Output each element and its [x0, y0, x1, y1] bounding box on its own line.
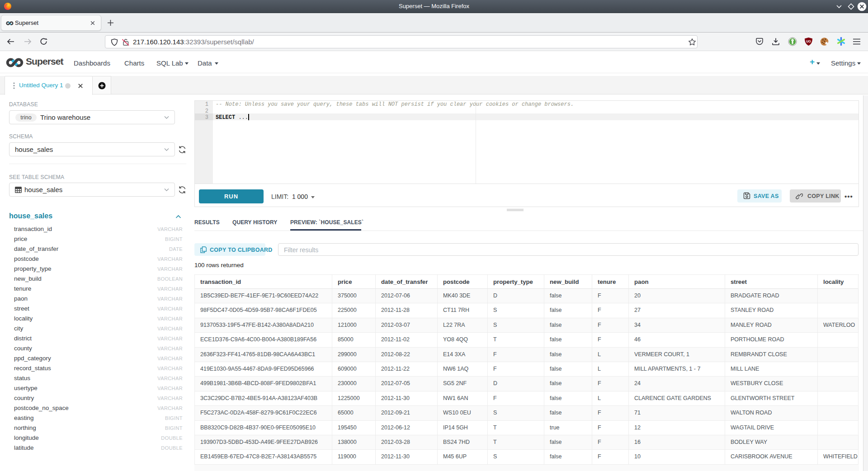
svg-text:UO: UO — [806, 40, 811, 43]
